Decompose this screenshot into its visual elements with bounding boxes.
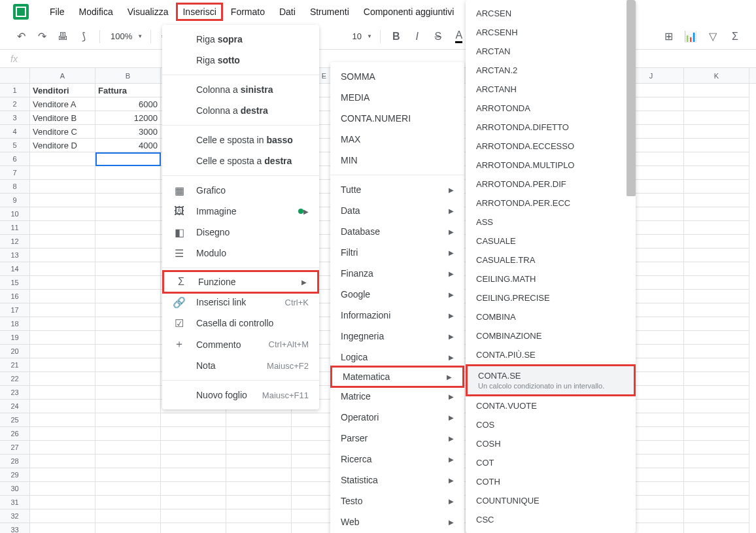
function-item[interactable]: ASS	[466, 213, 636, 232]
func-cat-text[interactable]: Testo▶	[330, 490, 464, 511]
insert-image[interactable]: 🖼Immagine▶	[162, 201, 319, 222]
fontsize-dropdown[interactable]: 10 ▼	[349, 31, 371, 41]
function-item[interactable]: COTH	[466, 472, 636, 491]
col-header[interactable]: K	[684, 68, 749, 83]
function-item[interactable]: COT	[466, 453, 636, 472]
menu-edit[interactable]: Modifica	[73, 3, 120, 21]
cell[interactable]	[684, 441, 749, 455]
insert-cells-down[interactable]: Celle e sposta in basso	[162, 129, 319, 150]
row-header[interactable]: 9	[0, 194, 30, 207]
cell[interactable]	[30, 345, 95, 358]
row-header[interactable]: 26	[0, 427, 30, 441]
cell[interactable]	[30, 413, 95, 427]
row-header[interactable]: 31	[0, 496, 30, 509]
cell[interactable]	[95, 262, 161, 276]
cell[interactable]	[95, 386, 161, 400]
cell[interactable]	[30, 372, 95, 386]
cell[interactable]	[30, 317, 95, 331]
row-header[interactable]: 3	[0, 111, 30, 125]
redo-icon[interactable]: ↷	[34, 29, 50, 44]
row-header[interactable]: 15	[0, 276, 30, 290]
cell[interactable]	[95, 303, 161, 317]
cell[interactable]	[161, 468, 226, 482]
cell[interactable]	[30, 455, 95, 468]
func-sum[interactable]: SOMMA	[330, 66, 464, 87]
cell[interactable]	[161, 455, 226, 468]
row-header[interactable]: 12	[0, 235, 30, 249]
col-header[interactable]: A	[30, 68, 95, 83]
row-header[interactable]: 14	[0, 262, 30, 276]
cell[interactable]	[684, 482, 749, 496]
func-cat-engineering[interactable]: Ingegneria▶	[330, 326, 464, 347]
cell[interactable]	[226, 441, 292, 455]
cell[interactable]	[684, 400, 749, 413]
cell[interactable]	[684, 97, 749, 111]
cell[interactable]	[226, 427, 292, 441]
cell[interactable]	[684, 455, 749, 468]
row-header[interactable]: 19	[0, 331, 30, 345]
menu-insert[interactable]: Inserisci	[176, 3, 222, 21]
cell[interactable]	[684, 139, 749, 152]
cell[interactable]	[684, 468, 749, 482]
insert-note[interactable]: NotaMaiusc+F2	[162, 355, 319, 376]
row-header[interactable]: 4	[0, 125, 30, 139]
cell[interactable]	[161, 427, 226, 441]
chart-icon[interactable]: 📊	[683, 29, 698, 44]
cell[interactable]	[684, 413, 749, 427]
cell[interactable]	[95, 358, 161, 372]
cell[interactable]	[95, 207, 161, 221]
cell[interactable]	[30, 221, 95, 235]
cell[interactable]	[161, 482, 226, 496]
cell[interactable]	[684, 331, 749, 345]
cell[interactable]	[95, 152, 161, 166]
menu-data[interactable]: Dati	[273, 3, 302, 21]
row-header[interactable]: 7	[0, 166, 30, 180]
func-cat-lookup[interactable]: Ricerca▶	[330, 449, 464, 470]
cell[interactable]	[95, 455, 161, 468]
row-header[interactable]: 27	[0, 441, 30, 455]
row-header[interactable]: 1	[0, 84, 30, 97]
paint-format-icon[interactable]: ⟆	[76, 29, 92, 44]
cell[interactable]	[226, 482, 292, 496]
function-item[interactable]: CONTA.PIÙ.SE	[466, 345, 636, 364]
row-header[interactable]: 30	[0, 482, 30, 496]
cell[interactable]	[30, 400, 95, 413]
undo-icon[interactable]: ↶	[13, 29, 29, 44]
cell[interactable]	[684, 235, 749, 249]
cell[interactable]	[30, 276, 95, 290]
cell[interactable]: 4000	[95, 139, 161, 152]
cell[interactable]	[684, 111, 749, 125]
cell[interactable]	[30, 166, 95, 180]
menu-addons[interactable]: Componenti aggiuntivi	[357, 3, 461, 21]
insert-chart-icon[interactable]: ⊞	[661, 29, 676, 44]
scrollbar-thumb[interactable]	[627, 0, 636, 196]
menu-file[interactable]: File	[43, 3, 71, 21]
cell[interactable]	[684, 496, 749, 509]
cell[interactable]	[30, 509, 95, 523]
cell[interactable]	[95, 509, 161, 523]
insert-function[interactable]: ΣFunzione▶	[162, 270, 319, 294]
row-header[interactable]: 29	[0, 468, 30, 482]
func-cat-data[interactable]: Data▶	[330, 200, 464, 221]
cell[interactable]	[684, 372, 749, 386]
cell[interactable]	[95, 290, 161, 303]
cell[interactable]	[684, 221, 749, 235]
cell[interactable]	[684, 303, 749, 317]
cell[interactable]	[226, 455, 292, 468]
row-header[interactable]: 16	[0, 290, 30, 303]
func-count[interactable]: CONTA.NUMERI	[330, 108, 464, 129]
cell[interactable]	[161, 413, 226, 427]
function-item[interactable]: CASUALE.TRA	[466, 250, 636, 269]
cell[interactable]	[684, 262, 749, 276]
cell[interactable]	[30, 331, 95, 345]
cell[interactable]	[226, 468, 292, 482]
cell[interactable]	[684, 249, 749, 262]
func-cat-operator[interactable]: Operatori▶	[330, 407, 464, 428]
function-item[interactable]: ARROTONDA.MULTIPLO	[466, 156, 636, 175]
insert-col-right[interactable]: Colonna a destra	[162, 100, 319, 121]
cell[interactable]	[30, 427, 95, 441]
cell[interactable]: Fattura	[95, 84, 161, 97]
cell[interactable]	[161, 523, 226, 533]
cell[interactable]	[684, 125, 749, 139]
row-header[interactable]: 20	[0, 345, 30, 358]
